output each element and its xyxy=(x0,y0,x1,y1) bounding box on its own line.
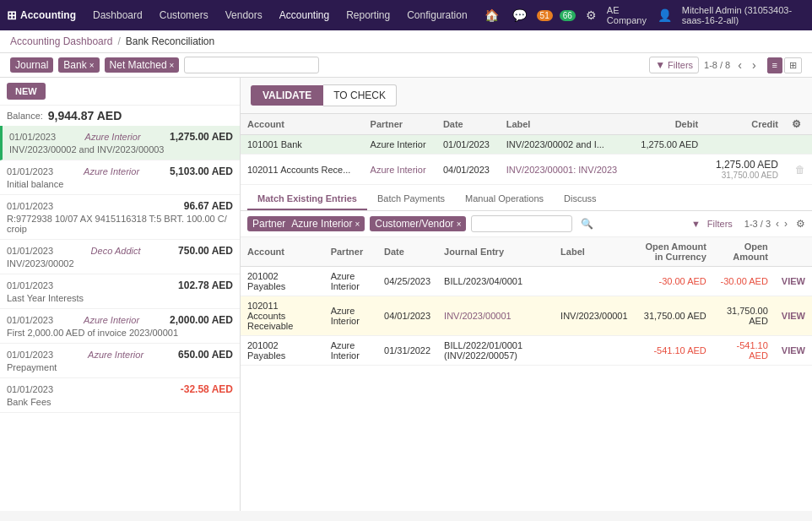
filter-icon[interactable]: ▼ xyxy=(691,219,701,229)
partner-tag-close[interactable]: × xyxy=(355,220,360,229)
customer-vendor-tag[interactable]: Customer/Vendor × xyxy=(370,216,466,231)
list-item[interactable]: 01/01/2023 Azure Interior 1,275.00 AED I… xyxy=(0,126,240,160)
cell-debit: 1,275.00 AED xyxy=(631,135,705,155)
nav-item-configuration[interactable]: Configuration xyxy=(400,6,474,24)
balance-row: Balance: 9,944.87 AED xyxy=(0,106,240,126)
cell-view[interactable]: VIEW xyxy=(775,267,812,296)
cell-partner[interactable]: Azure Interior xyxy=(364,155,436,185)
cell-account: 102011 Accounts Receivable xyxy=(241,296,324,336)
partner-tag-label: Partner xyxy=(252,218,285,230)
tag-bank[interactable]: Bank × xyxy=(58,57,99,73)
tag-journal-label: Journal xyxy=(15,59,48,71)
list-item[interactable]: 01/01/2023 96.67 AED R:9772938 10/07 AX … xyxy=(0,195,240,240)
tab-match-existing[interactable]: Match Existing Entries xyxy=(247,188,367,210)
cell-partner: Azure Interior xyxy=(324,296,377,336)
pager-prev[interactable]: ‹ xyxy=(735,58,744,72)
cell-label[interactable]: INV/2023/00001: INV/2023 xyxy=(500,155,631,185)
list-item[interactable]: 01/01/2023 -32.58 AED Bank Fees xyxy=(0,378,240,413)
cell-view[interactable]: VIEW xyxy=(775,296,812,336)
settings-icon[interactable]: ⚙ xyxy=(582,7,600,24)
pager-next[interactable]: › xyxy=(750,58,759,72)
bcol-open-amount: Open Amount xyxy=(713,237,775,267)
view-link[interactable]: VIEW xyxy=(782,345,805,355)
list-item[interactable]: 01/01/2023 Azure Interior 650.00 AED Pre… xyxy=(0,344,240,378)
user-icon[interactable]: 👤 xyxy=(654,7,675,24)
table-row[interactable]: 102011 Accounts Receivable Azure Interio… xyxy=(241,296,812,336)
cell-trash[interactable]: 🗑 xyxy=(785,155,812,185)
cell-date: 04/01/2023 xyxy=(436,155,500,185)
tag-net-matched-close[interactable]: × xyxy=(170,61,175,70)
nav-item-vendors[interactable]: Vendors xyxy=(219,6,269,24)
filters-link[interactable]: Filters xyxy=(707,219,733,229)
customer-vendor-label: Customer/Vendor xyxy=(375,218,453,230)
table-row[interactable]: 101001 Bank Azure Interior 01/01/2023 IN… xyxy=(241,135,812,155)
cell-date: 01/01/2023 xyxy=(436,135,500,155)
cell-credit: 1,275.00 AED 31,750.00 AED xyxy=(705,155,785,185)
table-row[interactable]: 201002 Payables Azure Interior 04/25/202… xyxy=(241,267,812,296)
view-link[interactable]: VIEW xyxy=(782,311,805,321)
badge-51: 51 xyxy=(537,10,553,21)
item-desc: Initial balance xyxy=(7,179,233,189)
validate-button[interactable]: VALIDATE xyxy=(251,85,323,106)
view-kanban-btn[interactable]: ⊞ xyxy=(784,57,802,73)
cell-account: 102011 Accounts Rece... xyxy=(241,155,364,185)
tag-journal[interactable]: Journal xyxy=(10,57,53,73)
bottom-settings-icon[interactable]: ⚙ xyxy=(796,218,805,230)
partner-tag[interactable]: Partner Azure Interior × xyxy=(247,216,365,231)
bottom-table-wrap: Account Partner Date Journal Entry Label… xyxy=(241,237,812,511)
item-amount: 1,275.00 AED xyxy=(170,131,233,143)
tag-net-matched[interactable]: Net Matched × xyxy=(105,57,180,73)
item-desc: First 2,000.00 AED of invoice 2023/00001 xyxy=(7,328,233,338)
bottom-search-icon[interactable]: 🔍 xyxy=(577,216,597,231)
nav-item-dashboard[interactable]: Dashboard xyxy=(86,6,149,24)
new-button[interactable]: NEW xyxy=(7,83,46,100)
trash-icon[interactable]: 🗑 xyxy=(795,164,805,176)
cell-date: 04/25/2023 xyxy=(377,267,437,296)
brand-logo[interactable]: ⊞ Accounting xyxy=(7,8,76,22)
cell-journal-entry[interactable]: INV/2023/00001 xyxy=(437,296,554,336)
bottom-search-input[interactable] xyxy=(471,215,572,232)
tag-bank-close[interactable]: × xyxy=(89,61,95,70)
grid-icon: ⊞ xyxy=(7,8,17,22)
main-search-input[interactable] xyxy=(184,57,319,73)
col-label: Label xyxy=(500,114,631,135)
chat-icon[interactable]: 💬 xyxy=(509,7,530,24)
to-check-button[interactable]: TO CHECK xyxy=(323,84,397,106)
user-name[interactable]: Mitchell Admin (31053403-saas-16-2-all) xyxy=(682,5,805,25)
cell-open-amount: 31,750.00 AED xyxy=(713,296,775,336)
view-link[interactable]: VIEW xyxy=(782,276,805,286)
view-list-btn[interactable]: ≡ xyxy=(767,57,782,73)
tab-manual-operations[interactable]: Manual Operations xyxy=(455,188,554,210)
list-item[interactable]: 01/01/2023 Azure Interior 5,103.00 AED I… xyxy=(0,160,240,195)
bottom-pager-next[interactable]: › xyxy=(784,218,788,230)
bcol-date: Date xyxy=(377,237,437,267)
customer-vendor-close[interactable]: × xyxy=(457,220,462,229)
breadcrumb-link[interactable]: Accounting Dashboard xyxy=(10,35,112,47)
nav-item-customers[interactable]: Customers xyxy=(153,6,215,24)
bottom-pager-prev[interactable]: ‹ xyxy=(776,218,779,230)
table-row[interactable]: 102011 Accounts Rece... Azure Interior 0… xyxy=(241,155,812,185)
pagination-info: 1-8 / 8 xyxy=(704,60,730,70)
cell-date: 01/31/2022 xyxy=(377,336,437,366)
upper-table: Account Partner Date Label Debit Credit … xyxy=(241,114,812,185)
home-icon[interactable]: 🏠 xyxy=(481,7,502,24)
tab-discuss[interactable]: Discuss xyxy=(554,188,607,210)
list-item[interactable]: 01/01/2023 Deco Addict 750.00 AED INV/20… xyxy=(0,240,240,274)
tab-batch-payments[interactable]: Batch Payments xyxy=(367,188,455,210)
company-name[interactable]: AE Company xyxy=(607,5,647,25)
col-account: Account xyxy=(241,114,364,135)
list-item[interactable]: 01/01/2023 102.78 AED Last Year Interest… xyxy=(0,274,240,309)
cell-view[interactable]: VIEW xyxy=(775,336,812,366)
cell-partner: Azure Interior xyxy=(324,336,377,366)
filters-button[interactable]: ▼ Filters xyxy=(649,57,699,73)
table-row[interactable]: 201002 Payables Azure Interior 01/31/202… xyxy=(241,336,812,366)
nav-item-accounting[interactable]: Accounting xyxy=(273,6,336,24)
item-partner: Azure Interior xyxy=(84,315,139,325)
cell-partner: Azure Interior xyxy=(364,135,436,155)
settings-icon[interactable]: ⚙ xyxy=(792,118,801,130)
nav-item-reporting[interactable]: Reporting xyxy=(339,6,397,24)
cell-account: 201002 Payables xyxy=(241,336,324,366)
cell-open-currency: -30.00 AED xyxy=(635,267,713,296)
list-item[interactable]: 01/01/2023 Azure Interior 2,000.00 AED F… xyxy=(0,309,240,344)
col-partner: Partner xyxy=(364,114,436,135)
